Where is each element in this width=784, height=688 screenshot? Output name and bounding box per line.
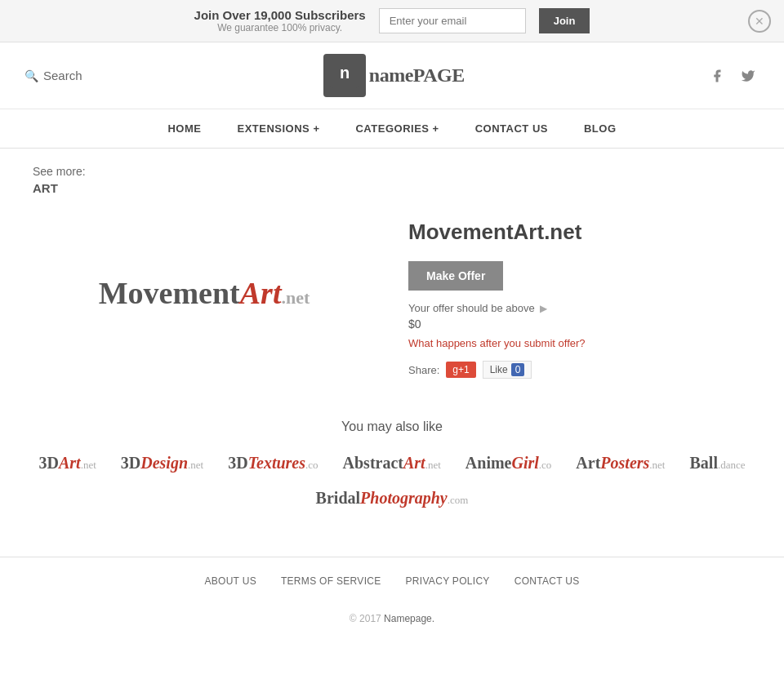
offer-info: Your offer should be above ▶	[408, 302, 751, 314]
svg-text:n: n	[340, 64, 350, 82]
make-offer-button[interactable]: Make Offer	[408, 261, 503, 291]
footer-link-privacy[interactable]: PRIVACY POLICY	[406, 575, 490, 587]
logo[interactable]: n namePAGE	[323, 54, 465, 97]
nav-blog[interactable]: BLOG	[566, 109, 635, 148]
ymal-item[interactable]: 3DTextures.co	[228, 454, 318, 473]
logo-icon: n	[323, 54, 366, 97]
footer-link-contact[interactable]: CONTACT US	[514, 575, 580, 587]
offer-price: $0	[408, 317, 751, 331]
ymal-item[interactable]: BridalPhotography.com	[316, 489, 469, 508]
ymal-section: You may also like 3DArt.net3DDesign.net3…	[33, 419, 751, 508]
nav-contact[interactable]: CONTACT US	[457, 109, 566, 148]
ymal-title: You may also like	[33, 419, 751, 434]
logo-text: namePAGE	[369, 64, 465, 86]
ymal-item[interactable]: 3DArt.net	[39, 454, 96, 473]
category-link[interactable]: ART	[33, 181, 751, 195]
fb-like-count: 0	[511, 363, 525, 376]
share-row: Share: g+1 Like 0	[408, 361, 751, 379]
ymal-item[interactable]: ArtPosters.net	[576, 454, 665, 473]
domain-info: MovementArt.net Make Offer Your offer sh…	[408, 211, 751, 379]
domain-section: MovementArt.net MovementArt.net Make Off…	[33, 211, 751, 379]
join-button[interactable]: Join	[539, 8, 590, 33]
banner-sub: We guarantee 100% privacy.	[194, 22, 366, 33]
main-content: See more: ART MovementArt.net MovementAr…	[0, 149, 784, 557]
site-header: 🔍 Search n namePAGE	[0, 42, 784, 109]
close-button[interactable]: ✕	[748, 10, 771, 33]
what-happens-link[interactable]: What happens after you submit offer?	[408, 337, 751, 349]
domain-title: MovementArt.net	[408, 220, 751, 245]
ymal-item[interactable]: AbstractArt.net	[343, 454, 441, 473]
google-plus-button[interactable]: g+1	[446, 362, 475, 378]
top-banner: Join Over 19,000 Subscribers We guarante…	[0, 0, 784, 42]
copyright-link[interactable]: Namepage.	[384, 613, 434, 624]
footer-link-terms[interactable]: TERMS OF SERVICE	[281, 575, 381, 587]
ymal-item[interactable]: Ball.dance	[689, 454, 745, 473]
ymal-grid: 3DArt.net3DDesign.net3DTextures.coAbstra…	[33, 454, 751, 508]
search-icon: 🔍	[24, 69, 38, 82]
domain-logo: MovementArt.net	[99, 275, 310, 311]
nav-extensions[interactable]: EXTENSIONS +	[219, 109, 337, 148]
domain-logo-area: MovementArt.net	[33, 211, 376, 375]
main-nav: HOME EXTENSIONS + CATEGORIES + CONTACT U…	[0, 109, 784, 149]
offer-arrow-icon: ▶	[540, 303, 547, 314]
facebook-icon[interactable]	[706, 64, 728, 87]
nav-categories[interactable]: CATEGORIES +	[337, 109, 457, 148]
nav-home[interactable]: HOME	[149, 109, 219, 148]
facebook-like-button[interactable]: Like 0	[483, 361, 532, 379]
banner-main: Join Over 19,000 Subscribers	[194, 8, 366, 22]
ymal-item[interactable]: AnimeGirl.co	[466, 454, 552, 473]
social-icons	[706, 64, 760, 87]
see-more-label: See more:	[33, 165, 751, 178]
twitter-icon[interactable]	[737, 64, 760, 87]
copyright-text: © 2017	[350, 613, 384, 624]
fb-like-label: Like	[490, 364, 508, 375]
share-label: Share:	[408, 364, 439, 376]
footer-bottom: © 2017 Namepage.	[0, 605, 784, 633]
footer-links: ABOUT USTERMS OF SERVICEPRIVACY POLICYCO…	[0, 557, 784, 605]
footer-link-about[interactable]: ABOUT US	[204, 575, 256, 587]
banner-text: Join Over 19,000 Subscribers We guarante…	[194, 8, 366, 33]
ymal-item[interactable]: 3DDesign.net	[121, 454, 203, 473]
email-input[interactable]	[379, 8, 526, 33]
search-area[interactable]: 🔍 Search	[24, 69, 82, 82]
search-label: Search	[43, 69, 82, 82]
